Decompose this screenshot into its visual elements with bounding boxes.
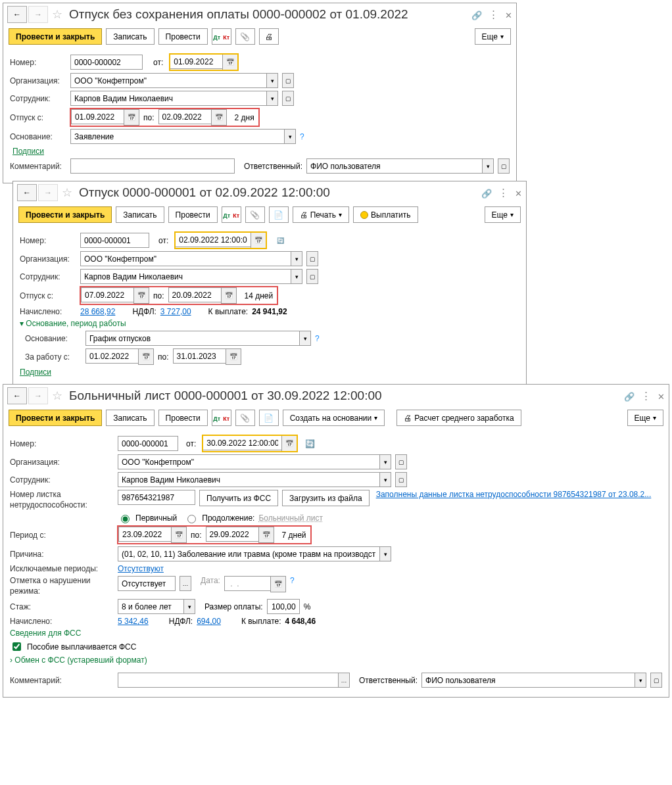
get-fss-button[interactable]: Получить из ФСС: [199, 490, 278, 506]
post-close-button[interactable]: Провести и закрыть: [18, 206, 112, 223]
emp-input[interactable]: [70, 91, 266, 106]
star-icon[interactable]: ☆: [62, 185, 72, 200]
viol-input[interactable]: [118, 576, 176, 591]
post-button[interactable]: Провести: [168, 206, 218, 223]
open-icon[interactable]: ▢: [282, 91, 294, 106]
number-input[interactable]: [80, 233, 149, 248]
org-input[interactable]: [80, 251, 291, 266]
sheet-no-input[interactable]: [118, 490, 195, 505]
fss-paid-checkbox[interactable]: [12, 642, 21, 651]
dropdown-icon[interactable]: ▾: [291, 269, 302, 284]
calendar-icon[interactable]: [211, 109, 227, 126]
period-to-input[interactable]: [206, 527, 258, 542]
post-close-button[interactable]: Провести и закрыть: [9, 28, 102, 45]
dropdown-icon[interactable]: ▾: [379, 472, 391, 487]
calendar-icon[interactable]: [226, 348, 241, 365]
calendar-icon[interactable]: [270, 576, 286, 592]
dropdown-icon[interactable]: ▾: [635, 673, 646, 688]
dtkt-button[interactable]: [222, 206, 241, 223]
select-icon[interactable]: …: [338, 673, 350, 688]
nav-forward-button[interactable]: →: [28, 6, 48, 23]
open-icon[interactable]: ▢: [498, 158, 510, 174]
calendar-icon[interactable]: [171, 527, 187, 543]
comment-input[interactable]: [70, 158, 235, 174]
post-close-button[interactable]: Провести и закрыть: [9, 410, 102, 426]
write-button[interactable]: Записать: [116, 206, 164, 223]
help-icon[interactable]: ?: [315, 334, 320, 343]
open-icon[interactable]: ▢: [650, 673, 662, 688]
dtkt-button[interactable]: [212, 410, 231, 426]
refresh-icon[interactable]: 🔄: [274, 233, 286, 248]
menu-icon[interactable]: [498, 187, 508, 199]
nav-back-button[interactable]: ←: [7, 6, 27, 23]
calendar-icon[interactable]: [221, 287, 237, 304]
avg-calc-button[interactable]: Расчет среднего заработка: [396, 410, 521, 426]
calendar-icon[interactable]: [258, 527, 274, 543]
dropdown-icon[interactable]: ▾: [266, 91, 278, 106]
link-icon[interactable]: [471, 9, 482, 20]
dropdown-icon[interactable]: ▾: [299, 331, 311, 346]
pay-size-input[interactable]: [267, 599, 300, 614]
open-icon[interactable]: ▢: [306, 251, 318, 266]
dropdown-icon[interactable]: ▾: [183, 599, 195, 614]
fss-exchange-toggle[interactable]: › Обмен с ФСС (устаревший формат): [10, 655, 147, 665]
comment-input[interactable]: [118, 673, 338, 688]
signatures-link[interactable]: Подписи: [20, 368, 51, 377]
date-input[interactable]: [170, 54, 222, 69]
vac-to-input[interactable]: [168, 287, 221, 302]
help-icon[interactable]: ?: [290, 576, 295, 585]
attach-button[interactable]: [235, 28, 255, 45]
work-from-input[interactable]: [85, 348, 138, 364]
dropdown-icon[interactable]: ▾: [379, 454, 391, 469]
calendar-icon[interactable]: [251, 232, 266, 249]
menu-icon[interactable]: [641, 390, 651, 402]
viol-date-input[interactable]: [224, 576, 270, 591]
calendar-icon[interactable]: [281, 435, 297, 452]
accrued-link[interactable]: 5 342,46: [118, 617, 149, 626]
close-icon[interactable]: [505, 9, 512, 20]
date-input[interactable]: [175, 232, 251, 247]
menu-icon[interactable]: [489, 9, 498, 20]
dropdown-icon[interactable]: ▾: [482, 158, 494, 174]
emp-input[interactable]: [118, 472, 379, 487]
star-icon[interactable]: ☆: [52, 7, 62, 22]
more-button[interactable]: Еще: [627, 410, 663, 426]
number-input[interactable]: [70, 55, 143, 70]
vac-from-input[interactable]: [81, 287, 133, 302]
more-button[interactable]: Еще: [475, 28, 511, 45]
link-icon[interactable]: [481, 187, 492, 199]
accrued-link[interactable]: 28 668,92: [80, 307, 115, 316]
doc-button[interactable]: [269, 206, 289, 223]
doc-button[interactable]: [259, 410, 279, 426]
write-button[interactable]: Записать: [106, 410, 154, 426]
ndfl-link[interactable]: 3 727,00: [160, 307, 191, 316]
filled-data-link[interactable]: Заполнены данные листка нетрудоспособнос…: [376, 490, 652, 499]
nav-back-button[interactable]: ←: [17, 184, 37, 201]
help-icon[interactable]: ?: [300, 132, 304, 141]
dtkt-button[interactable]: [212, 28, 231, 45]
nav-back-button[interactable]: ←: [7, 387, 27, 404]
basis-section-toggle[interactable]: ▾ Основание, период работы: [20, 319, 126, 328]
nav-forward-button[interactable]: →: [38, 184, 58, 201]
close-icon[interactable]: [658, 391, 665, 402]
write-button[interactable]: Записать: [106, 28, 154, 45]
resp-input[interactable]: [421, 673, 635, 688]
dropdown-icon[interactable]: ▾: [266, 73, 278, 88]
excl-link[interactable]: Отсутствуют: [118, 564, 164, 573]
print-menu-button[interactable]: Печать: [293, 206, 349, 223]
post-button[interactable]: Провести: [158, 28, 208, 45]
dropdown-icon[interactable]: ▾: [284, 129, 296, 144]
refresh-icon[interactable]: 🔄: [305, 439, 315, 448]
emp-input[interactable]: [80, 269, 291, 284]
open-icon[interactable]: ▢: [306, 269, 318, 284]
more-button[interactable]: Еще: [485, 206, 521, 223]
load-file-button[interactable]: Загрузить из файла: [282, 490, 370, 506]
open-icon[interactable]: ▢: [395, 472, 407, 487]
select-icon[interactable]: …: [180, 576, 191, 591]
open-icon[interactable]: ▢: [395, 454, 407, 469]
resp-input[interactable]: [306, 158, 482, 174]
calendar-icon[interactable]: [222, 54, 238, 70]
nav-forward-button[interactable]: →: [28, 387, 48, 404]
exp-input[interactable]: [118, 599, 183, 614]
primary-radio[interactable]: [121, 515, 130, 523]
